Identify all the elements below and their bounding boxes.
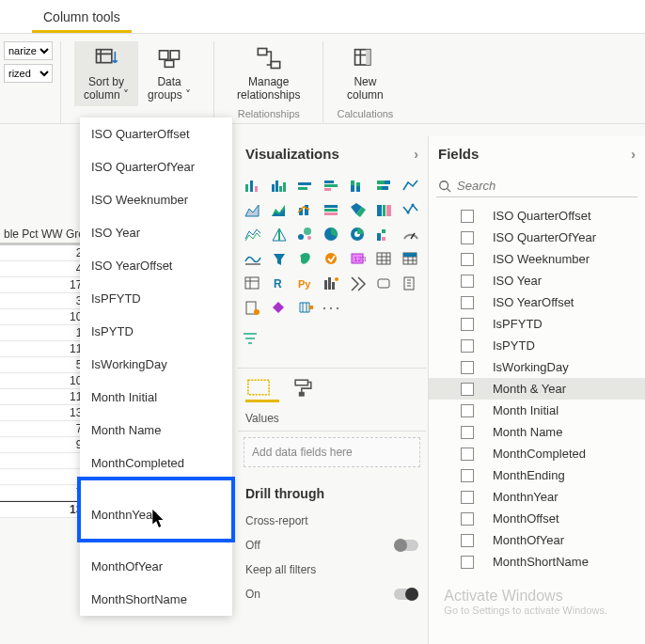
dropdown-item[interactable]: MonthShortName bbox=[80, 583, 232, 616]
field-item[interactable]: ISO QuarterOffset bbox=[429, 205, 645, 227]
dropdown-item[interactable]: ISO Weeknumber bbox=[80, 183, 232, 216]
field-checkbox[interactable] bbox=[461, 426, 474, 439]
viz-type-icon[interactable] bbox=[268, 224, 291, 244]
field-item[interactable]: IsWorkingDay bbox=[429, 356, 645, 378]
viz-type-icon[interactable] bbox=[321, 248, 343, 269]
dropdown-item[interactable]: IsPFYTD bbox=[80, 282, 232, 315]
viz-type-icon[interactable] bbox=[400, 224, 422, 244]
fields-search[interactable] bbox=[436, 175, 637, 197]
dropdown-item[interactable]: Month Initial bbox=[80, 381, 232, 414]
field-item[interactable]: ISO Year bbox=[429, 270, 645, 291]
manage-relationships-button[interactable]: Manage relationships bbox=[228, 41, 309, 106]
viz-type-icon[interactable] bbox=[373, 175, 396, 196]
dropdown-item[interactable]: Month Name bbox=[80, 414, 232, 447]
viz-type-icon[interactable] bbox=[373, 273, 396, 293]
tab-column-tools[interactable]: Column tools bbox=[32, 6, 132, 33]
viz-type-icon[interactable] bbox=[268, 248, 291, 269]
field-item[interactable]: MonthCompleted bbox=[429, 443, 645, 464]
field-checkbox[interactable] bbox=[461, 556, 474, 569]
cross-report-toggle[interactable] bbox=[394, 540, 418, 551]
viz-type-icon[interactable] bbox=[321, 224, 343, 244]
viz-type-icon[interactable] bbox=[268, 297, 291, 318]
field-item[interactable]: Month Initial bbox=[429, 400, 645, 421]
viz-type-icon[interactable] bbox=[242, 273, 264, 293]
viz-type-icon[interactable] bbox=[268, 175, 291, 196]
field-item[interactable]: IsPYTD bbox=[429, 335, 645, 356]
field-item[interactable]: ISO QuarterOfYear bbox=[429, 227, 645, 248]
field-checkbox[interactable] bbox=[461, 534, 474, 547]
viz-type-icon[interactable] bbox=[294, 175, 317, 196]
viz-type-icon[interactable] bbox=[242, 199, 264, 220]
dropdown-item[interactable]: IsWorkingDay bbox=[80, 348, 232, 381]
field-checkbox[interactable] bbox=[461, 296, 474, 309]
field-item[interactable]: MonthnYear bbox=[429, 486, 645, 508]
field-checkbox[interactable] bbox=[461, 404, 474, 417]
keep-filters-toggle[interactable] bbox=[394, 589, 418, 600]
close-icon[interactable]: › bbox=[631, 146, 636, 162]
field-checkbox[interactable] bbox=[461, 339, 474, 353]
viz-type-icon[interactable] bbox=[294, 224, 317, 244]
dropdown-item[interactable]: ISO YearOffset bbox=[80, 249, 232, 282]
viz-type-icon[interactable] bbox=[294, 199, 317, 220]
viz-type-icon[interactable] bbox=[242, 224, 264, 244]
field-checkbox[interactable] bbox=[461, 318, 474, 331]
viz-type-icon[interactable] bbox=[321, 273, 343, 293]
field-checkbox[interactable] bbox=[461, 383, 474, 396]
viz-type-icon[interactable] bbox=[373, 199, 396, 220]
dropdown-item[interactable]: MonthOfYear bbox=[80, 550, 232, 583]
field-checkbox[interactable] bbox=[461, 253, 474, 266]
collapse-icon[interactable]: › bbox=[414, 147, 418, 162]
viz-more-icon[interactable]: ··· bbox=[321, 297, 343, 318]
dropdown-item[interactable]: ISO Year bbox=[80, 216, 232, 249]
viz-type-icon[interactable] bbox=[373, 248, 396, 269]
viz-type-icon[interactable] bbox=[347, 199, 370, 220]
dropdown-item[interactable]: IsPYTD bbox=[80, 315, 232, 348]
categorize-select[interactable]: rized bbox=[4, 64, 53, 83]
field-item[interactable]: MonthOffset bbox=[429, 508, 645, 529]
viz-type-icon[interactable] bbox=[268, 199, 291, 220]
viz-type-icon[interactable] bbox=[400, 199, 422, 220]
filter-visual-icon[interactable] bbox=[238, 322, 426, 360]
format-button[interactable] bbox=[291, 378, 324, 402]
field-checkbox[interactable] bbox=[461, 210, 474, 223]
dropdown-item[interactable]: ISO QuarterOfYear bbox=[80, 150, 232, 183]
viz-type-icon[interactable] bbox=[347, 224, 370, 244]
fields-well-button[interactable] bbox=[245, 378, 279, 402]
field-item[interactable]: ISO YearOffset bbox=[429, 291, 645, 313]
field-checkbox[interactable] bbox=[461, 275, 474, 288]
viz-type-icon[interactable] bbox=[373, 224, 396, 244]
viz-type-icon[interactable] bbox=[242, 175, 264, 196]
dropdown-item[interactable]: MonthCompleted bbox=[80, 447, 232, 479]
field-checkbox[interactable] bbox=[461, 512, 474, 526]
dropdown-item[interactable] bbox=[80, 531, 232, 550]
field-checkbox[interactable] bbox=[461, 231, 474, 244]
field-checkbox[interactable] bbox=[461, 491, 474, 504]
field-item[interactable]: IsPFYTD bbox=[429, 313, 645, 335]
viz-type-icon[interactable] bbox=[321, 175, 343, 196]
viz-type-icon[interactable] bbox=[321, 199, 343, 220]
viz-type-icon[interactable] bbox=[242, 248, 264, 269]
data-groups-button[interactable]: Data groups ˅ bbox=[138, 41, 200, 106]
viz-type-icon[interactable] bbox=[347, 175, 370, 196]
viz-type-icon[interactable]: Py bbox=[294, 273, 317, 293]
viz-type-icon[interactable] bbox=[242, 297, 264, 318]
summarize-select[interactable]: narize bbox=[4, 41, 53, 60]
viz-type-icon[interactable]: 123 bbox=[347, 248, 370, 269]
viz-type-icon[interactable]: R bbox=[268, 273, 291, 293]
search-input[interactable] bbox=[457, 179, 636, 193]
field-item[interactable]: MonthShortName bbox=[429, 551, 645, 573]
field-item[interactable]: Month & Year bbox=[429, 378, 645, 400]
dropdown-item[interactable] bbox=[80, 479, 232, 498]
field-checkbox[interactable] bbox=[461, 469, 474, 482]
viz-type-icon[interactable] bbox=[347, 273, 370, 293]
viz-type-icon[interactable] bbox=[294, 248, 317, 269]
sort-by-column-button[interactable]: Sort by column ˅ bbox=[74, 41, 138, 106]
viz-type-icon[interactable] bbox=[400, 175, 422, 196]
field-item[interactable]: MonthOfYear bbox=[429, 529, 645, 551]
viz-type-icon[interactable] bbox=[400, 273, 422, 293]
new-column-button[interactable]: New column bbox=[338, 41, 393, 106]
values-dropzone[interactable]: Add data fields here bbox=[244, 437, 420, 467]
field-item[interactable]: MonthEnding bbox=[429, 464, 645, 486]
field-checkbox[interactable] bbox=[461, 448, 474, 461]
dropdown-item[interactable]: ISO QuarterOffset bbox=[80, 118, 232, 150]
